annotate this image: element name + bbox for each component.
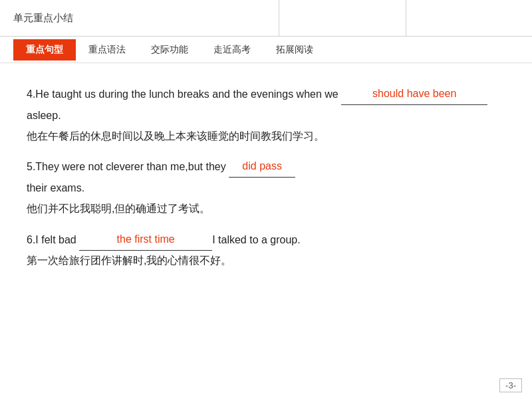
sentence-5-continuation: their exams.	[27, 182, 84, 194]
page-header: 单元重点小结	[0, 0, 532, 37]
tab-extended-reading[interactable]: 拓展阅读	[263, 39, 326, 61]
tab-gaokao[interactable]: 走近高考	[201, 39, 263, 61]
sentence-4-translation: 他在午餐后的休息时间以及晚上本来该睡觉的时间教我们学习。	[27, 126, 505, 146]
tabs-bar: 重点句型 重点语法 交际功能 走近高考 拓展阅读	[0, 37, 532, 63]
sentence-6-number: 6.	[27, 234, 35, 245]
sentence-4-blank: should have been	[341, 83, 487, 105]
sentence-5-text: 5.They were not cleverer than me,but the…	[27, 156, 505, 178]
sentence-5-translation: 他们并不比我聪明,但的确通过了考试。	[27, 199, 505, 219]
page-title: 单元重点小结	[13, 12, 73, 25]
header-section-2	[279, 0, 406, 37]
tab-communication[interactable]: 交际功能	[138, 39, 201, 61]
sentence-5-blank: did pass	[229, 156, 295, 178]
header-dividers: 单元重点小结	[0, 0, 532, 37]
sentence-5-number: 5.	[27, 161, 35, 172]
sentence-6-blank: the first time	[79, 229, 212, 251]
content-area: 4.He taught us during the lunch breaks a…	[0, 63, 532, 293]
sentence-5-before-text: They were not cleverer than me,but they	[35, 161, 229, 172]
sentence-6-before-text: I felt bad	[35, 234, 79, 245]
sentence-5-second-line: their exams.	[27, 178, 505, 199]
tab-key-grammar[interactable]: 重点语法	[76, 39, 138, 61]
sentence-4-before: 4.	[27, 88, 35, 100]
sentence-6-translation: 第一次给旅行团作讲解时,我的心情很不好。	[27, 251, 505, 271]
header-section-3	[406, 0, 533, 37]
sentence-4-after: asleep.	[27, 110, 61, 121]
sentence-6-text: 6.I felt bad the first timeI talked to a…	[27, 229, 505, 251]
sentence-6: 6.I felt bad the first timeI talked to a…	[27, 229, 505, 271]
sentence-4-text: 4.He taught us during the lunch breaks a…	[27, 83, 505, 126]
sentence-5: 5.They were not cleverer than me,but the…	[27, 156, 505, 219]
sentence-4-before-text: He taught us during the lunch breaks and…	[35, 88, 341, 100]
sentence-6-after: I talked to a group.	[212, 234, 301, 245]
sentence-4: 4.He taught us during the lunch breaks a…	[27, 83, 505, 146]
tab-key-sentences[interactable]: 重点句型	[13, 39, 76, 61]
page-number: -3-	[499, 378, 522, 392]
header-section-title: 单元重点小结	[0, 0, 279, 37]
